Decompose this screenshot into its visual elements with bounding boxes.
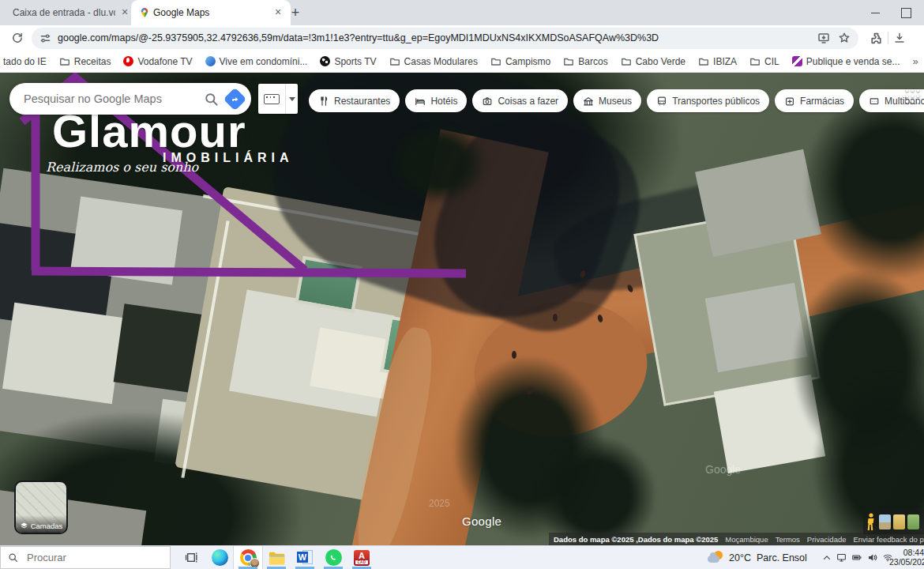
imagery-thumbnail[interactable] — [879, 514, 891, 529]
folder-icon — [749, 56, 761, 67]
bookmarks-bar: tado do IE Receitas Vodafone TV Vive em … — [0, 51, 924, 73]
tab-caixa-de-entrada[interactable]: Caixa de entrada - dlu.vcarvalh × — [0, 0, 137, 25]
folder-icon — [389, 56, 400, 67]
window-minimize-button[interactable] — [871, 8, 880, 13]
bookmarks-overflow-button[interactable]: » — [913, 55, 918, 67]
bookmark-star-icon[interactable] — [838, 32, 851, 44]
maps-search-box[interactable] — [9, 83, 251, 115]
reload-icon[interactable] — [11, 32, 24, 44]
soccer-icon — [320, 56, 330, 66]
tab-google-maps[interactable]: Google Maps × — [131, 0, 291, 25]
chip-restaurantes[interactable]: Restaurantes — [309, 89, 400, 112]
directions-button[interactable] — [223, 87, 247, 111]
chip-farmacias[interactable]: Farmácias — [775, 89, 854, 112]
street-view-strip — [863, 510, 924, 534]
bookmark-item[interactable]: Receitas — [59, 56, 111, 67]
chip-transportes-publicos[interactable]: Transportes públicos — [647, 89, 769, 112]
tray-expand-icon[interactable] — [822, 553, 832, 563]
chevron-down-icon[interactable] — [286, 97, 298, 101]
download-icon[interactable] — [893, 32, 906, 44]
url-text: google.com/maps/@-25.9375905,32.4792636,… — [58, 32, 811, 43]
word-taskbar-icon[interactable]: W — [291, 546, 319, 569]
file-explorer-taskbar-icon[interactable] — [262, 546, 291, 569]
bookmark-item[interactable]: CIL — [749, 56, 779, 67]
bookmark-label: Vodafone TV — [137, 56, 192, 67]
bookmark-label: Publique e venda se... — [806, 56, 900, 67]
folder-icon — [621, 56, 632, 67]
display-icon[interactable] — [836, 552, 847, 563]
category-chips: Restaurantes Hotéis Coisas a fazer Museu… — [309, 89, 924, 112]
maps-search-input[interactable] — [22, 92, 204, 106]
tab-close-icon[interactable]: × — [118, 6, 131, 19]
google-maps-pin-icon — [139, 7, 150, 18]
extensions-icon[interactable] — [870, 32, 883, 45]
folder-icon — [563, 56, 574, 67]
address-bar[interactable]: google.com/maps/@-25.9375905,32.4792636,… — [32, 28, 858, 49]
bookmark-label: tado do IE — [3, 56, 47, 67]
partly-sunny-icon — [708, 551, 723, 565]
tab-title: Google Maps — [153, 7, 269, 18]
bookmark-item[interactable]: Campismo — [490, 56, 550, 67]
folder-icon — [698, 56, 709, 67]
bookmark-item[interactable]: Publique e venda se... — [792, 56, 900, 67]
bookmark-item[interactable]: Vive em condomíni... — [205, 56, 308, 67]
imagery-thumbnail[interactable] — [907, 514, 919, 529]
edge-taskbar-icon[interactable] — [205, 546, 234, 569]
profile-avatar — [250, 558, 260, 568]
search-icon[interactable] — [204, 92, 219, 107]
site-info-icon[interactable] — [39, 32, 51, 44]
send-to-device-icon[interactable] — [817, 32, 830, 44]
bookmark-item[interactable]: Vodafone TV — [123, 56, 192, 67]
chrome-taskbar-icon[interactable] — [234, 546, 262, 569]
taskbar-search-box[interactable] — [0, 546, 171, 569]
browser-tab-strip: Caixa de entrada - dlu.vcarvalh × Google… — [0, 0, 924, 25]
taskbar-search-input[interactable] — [25, 551, 147, 564]
task-view-button[interactable] — [177, 546, 205, 569]
pegman-icon[interactable] — [866, 512, 877, 533]
vodafone-icon — [123, 56, 133, 66]
privacy-link[interactable]: Privacidade — [807, 535, 847, 544]
battery-icon[interactable] — [851, 552, 862, 563]
bookmark-label: Receitas — [74, 56, 111, 67]
bookmark-item[interactable]: Barcos — [563, 56, 607, 67]
autocad-taskbar-icon[interactable]: A CAD — [347, 546, 376, 569]
weather-temperature: 20°C — [729, 552, 751, 563]
bookmark-label: Vive em condomíni... — [220, 56, 308, 67]
google-apps-grid-icon[interactable] — [905, 89, 919, 103]
bookmark-item[interactable]: tado do IE — [3, 56, 47, 67]
new-tab-button[interactable]: + — [286, 4, 305, 23]
whatsapp-icon — [325, 549, 342, 566]
bookmark-item[interactable]: Casas Modulares — [389, 56, 478, 67]
bookmark-item[interactable]: IBIZA — [698, 56, 737, 67]
terms-link[interactable]: Termos — [776, 535, 800, 544]
feedback-link[interactable]: Enviar feedback do produto — [853, 535, 924, 544]
bookmark-label: Sports TV — [334, 56, 376, 67]
keyboard-icon[interactable] — [258, 94, 285, 104]
taskbar-weather[interactable]: 20°C Parc. Ensol — [708, 546, 807, 569]
whatsapp-taskbar-icon[interactable] — [319, 546, 347, 569]
bed-icon — [415, 96, 426, 107]
browser-toolbar: google.com/maps/@-25.9375905,32.4792636,… — [0, 25, 924, 51]
bookmark-label: CIL — [764, 56, 779, 67]
imagery-thumbnail[interactable] — [893, 514, 905, 529]
windows-taskbar: W A CAD 20°C Parc. Ensol — [0, 545, 924, 569]
pharmacy-icon — [784, 96, 795, 107]
input-tools-widget[interactable] — [258, 84, 298, 114]
layers-button[interactable]: Camadas — [14, 480, 68, 534]
bookmark-item[interactable]: Sports TV — [320, 56, 376, 67]
google-watermark: Google — [462, 514, 501, 528]
directions-arrow-icon — [230, 94, 240, 104]
folder-icon — [490, 56, 501, 67]
volume-icon[interactable] — [867, 552, 877, 563]
taskbar-clock[interactable]: 08:44 23/05/2025 — [889, 548, 924, 568]
chip-museus[interactable]: Museus — [573, 89, 641, 112]
chip-label: Transportes públicos — [672, 96, 760, 107]
chip-coisas-a-fazer[interactable]: Coisas a fazer — [472, 89, 568, 112]
bookmark-label: IBIZA — [713, 56, 737, 67]
window-maximize-button[interactable] — [901, 8, 911, 18]
bookmark-label: Barcos — [578, 56, 607, 67]
chip-hoteis[interactable]: Hotéis — [405, 89, 467, 112]
satellite-map[interactable]: Glamour IMOBILIÁRIA Realizamos o seu son… — [0, 73, 924, 545]
tab-close-icon[interactable]: × — [272, 6, 284, 19]
bookmark-item[interactable]: Cabo Verde — [621, 56, 685, 67]
